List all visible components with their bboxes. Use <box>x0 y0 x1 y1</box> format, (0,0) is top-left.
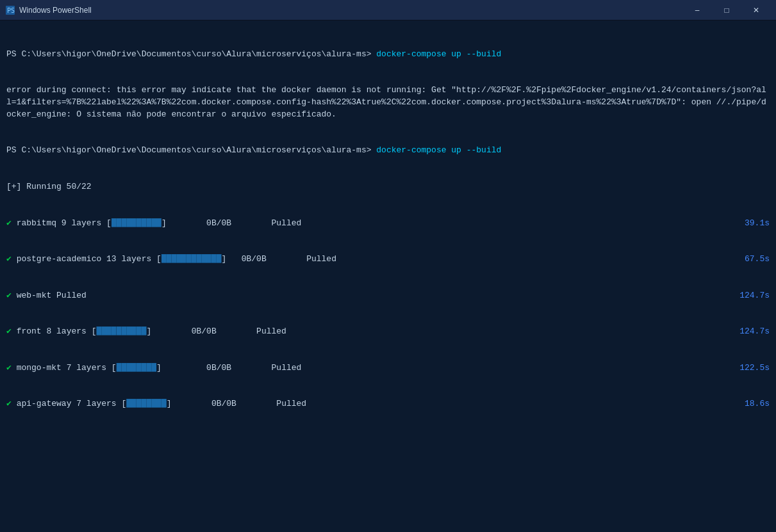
terminal-line-front: ✔ front 8 layers [██████████] 0B/0B Pull… <box>6 326 770 338</box>
app-icon: PS <box>5 5 15 15</box>
terminal-line-webmkt: ✔ web-mkt Pulled124.7s <box>6 290 770 302</box>
terminal-body[interactable]: PS C:\Users\higor\OneDrive\Documentos\cu… <box>0 20 776 532</box>
window-title: Windows PowerShell <box>19 6 682 15</box>
terminal-line-postgre: ✔ postgre-academico 13 layers [█████████… <box>6 254 770 266</box>
close-button[interactable]: ✕ <box>741 0 771 20</box>
terminal-line-mongo: ✔ mongo-mkt 7 layers [████████] 0B/0B Pu… <box>6 362 770 375</box>
terminal-line-0: PS C:\Users\higor\OneDrive\Documentos\cu… <box>6 49 770 61</box>
window: PS Windows PowerShell – □ ✕ PS C:\Users\… <box>0 0 776 532</box>
terminal-line-1: PS C:\Users\higor\OneDrive\Documentos\cu… <box>6 145 770 157</box>
svg-text:PS: PS <box>7 7 15 14</box>
minimize-button[interactable]: – <box>682 0 712 20</box>
blank-3 <box>6 507 770 519</box>
blank-2 <box>6 471 770 483</box>
title-bar: PS Windows PowerShell – □ ✕ <box>0 0 776 20</box>
window-controls: – □ ✕ <box>682 0 771 20</box>
terminal-line-apigateway: ✔ api-gateway 7 layers [████████] 0B/0B … <box>6 398 770 410</box>
terminal-line-error: error during connect: this error may ind… <box>6 85 770 121</box>
blank-1 <box>6 435 770 447</box>
terminal-line-rabbitmq: ✔ rabbitmq 9 layers [██████████] 0B/0B P… <box>6 218 770 230</box>
terminal-line-running: [+] Running 50/22 <box>6 181 770 193</box>
maximize-button[interactable]: □ <box>712 0 741 20</box>
